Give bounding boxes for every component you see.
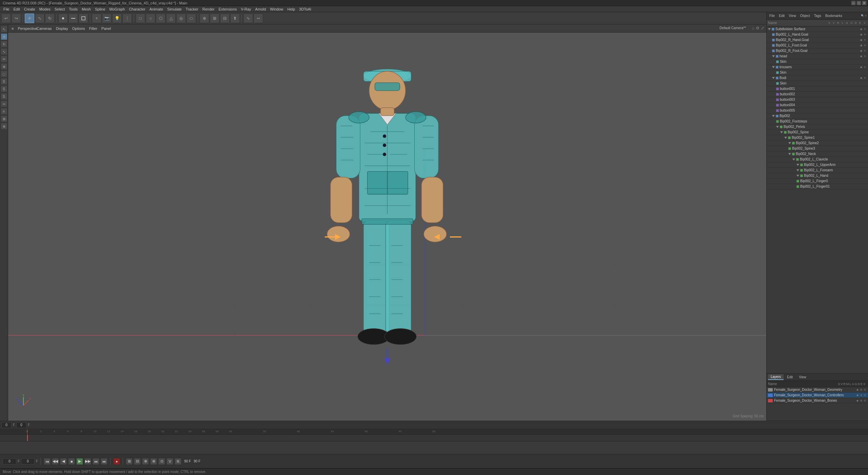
tool-scale[interactable]: ⤡ xyxy=(35,14,44,23)
minimize-button[interactable]: ─ xyxy=(851,1,856,5)
tool-edges[interactable] xyxy=(68,14,78,23)
sidebar-tool-grid[interactable]: ⊞ xyxy=(1,115,7,122)
vp-icon-home[interactable]: ⌂ xyxy=(752,26,754,31)
scene-bip002-spine2[interactable]: Bip002_Spine2 xyxy=(767,140,868,146)
vp-icon-maximize[interactable]: ⤢ xyxy=(761,26,764,31)
lock-icon[interactable]: ✕ xyxy=(863,76,867,80)
scene-bip002-l-hand[interactable]: Bip002_L_Hand xyxy=(767,173,868,178)
close-button[interactable]: ✕ xyxy=(862,1,867,5)
maximize-button[interactable]: □ xyxy=(856,1,861,5)
scene-bip002-l-forearm[interactable]: Bip002_L_Forearm xyxy=(767,168,868,173)
layers-tab[interactable]: Layers xyxy=(768,374,784,380)
sidebar-tool-layers[interactable]: ≡ xyxy=(1,108,7,115)
transport-go-start[interactable]: ⏮ xyxy=(44,458,51,465)
rp-bookmarks[interactable]: Bookmarks xyxy=(824,14,844,18)
transport-render-frame[interactable]: ⊟ xyxy=(134,458,141,465)
transport-stop[interactable]: ■ xyxy=(68,458,75,465)
scene-bip002-spine3[interactable]: Bip002_Spine3 xyxy=(767,146,868,151)
transport-vray[interactable]: V xyxy=(166,458,173,465)
rp-filter-icon[interactable]: ≡ xyxy=(865,14,867,17)
layer-lock-icon[interactable]: ⊞ xyxy=(860,388,863,392)
lock-icon[interactable]: ✕ xyxy=(863,38,867,42)
scene-bip002-l-finger01[interactable]: Bip002_L_Finger01 xyxy=(767,184,868,189)
transport-play-reverse[interactable]: ▶▶ xyxy=(84,458,91,465)
scene-skin-2[interactable]: Skin xyxy=(767,70,868,75)
menu-create[interactable]: Create xyxy=(22,6,37,12)
menu-tracker[interactable]: Tracker xyxy=(184,6,200,12)
scene-bip002-spine1[interactable]: Bip002_Spine1 xyxy=(767,135,868,140)
tool-sphere[interactable]: ○ xyxy=(146,14,155,23)
menu-edit[interactable]: Edit xyxy=(12,6,22,12)
scene-bip-r-foot-goal[interactable]: Bip002_R_Foot.Goal ◉ ✕ xyxy=(767,48,868,54)
view-tab[interactable]: View xyxy=(796,375,809,380)
transport-render-all[interactable]: ⊞ xyxy=(126,458,133,465)
tool-boole[interactable]: ⊕ xyxy=(200,14,209,23)
scene-bip002-l-finger0[interactable]: Bip002_L_Finger0 xyxy=(767,178,868,184)
frame-end-input[interactable] xyxy=(16,422,26,428)
menu-extensions[interactable]: Extensions xyxy=(217,6,239,12)
layer-lock-icon-bones[interactable]: ⊞ xyxy=(860,399,863,402)
sidebar-tool-paint[interactable]: ✏ xyxy=(1,56,7,62)
rp-view[interactable]: View xyxy=(787,14,797,18)
scene-bodi[interactable]: Bodi ◉ ✕ xyxy=(767,75,868,81)
lock-icon[interactable]: ✕ xyxy=(863,49,867,53)
transport-prev-key[interactable]: ◀◀ xyxy=(52,458,59,465)
menu-arnold[interactable]: Arnold xyxy=(253,6,268,12)
layer-controllers[interactable]: Female_Surgeon_Doctor_Woman_Controllers … xyxy=(767,393,868,398)
vp-display-menu[interactable]: Display xyxy=(55,26,70,31)
lock-icon[interactable]: ✕ xyxy=(863,27,867,31)
scene-bip002-pelvis[interactable]: Bip002_Pelvis xyxy=(767,124,868,130)
scene-button002[interactable]: button002 xyxy=(767,92,868,97)
sidebar-tool-sculpt[interactable]: ◌ xyxy=(1,71,7,77)
vis-icon[interactable]: ◉ xyxy=(860,44,863,47)
transport-frame-input[interactable] xyxy=(3,458,16,464)
menu-render[interactable]: Render xyxy=(200,6,217,12)
vis-icon[interactable]: ◉ xyxy=(860,55,863,58)
tool-cylinder[interactable]: ⬡ xyxy=(156,14,165,23)
layer-bones[interactable]: Female_Surgeon_Doctor_Woman_Bones ◉ ⊞ ⊟ xyxy=(767,398,868,403)
scene-bip002-neck[interactable]: Bip002_Neck xyxy=(767,151,868,157)
scene-button003[interactable]: button003 xyxy=(767,97,868,102)
menu-select[interactable]: Select xyxy=(53,6,67,12)
rp-file[interactable]: File xyxy=(768,14,776,18)
tool-spline1[interactable]: ∿ xyxy=(243,14,253,23)
layer-render-icon[interactable]: ⊟ xyxy=(863,388,867,392)
timeline-track[interactable] xyxy=(0,435,868,441)
sidebar-tool-magnet[interactable]: ⊕ xyxy=(1,63,7,70)
tool-move[interactable]: ✛ xyxy=(25,14,34,23)
scene-bip002[interactable]: Bip002 xyxy=(767,113,868,119)
scene-skin-3[interactable]: Skin xyxy=(767,81,868,86)
sidebar-tool-s3[interactable]: S xyxy=(1,93,7,100)
scene-bip002-footsteps[interactable]: Bip002_Footsteps xyxy=(767,119,868,124)
tool-array[interactable]: ⋮ xyxy=(122,14,132,23)
scene-subdivision-surface[interactable]: Subdivision Surface ◉ ✕ xyxy=(767,26,868,32)
tool-null[interactable]: + xyxy=(92,14,101,23)
layer-geometry[interactable]: Female_Surgeon_Doctor_Woman_Geometry ◉ ⊞… xyxy=(767,387,868,393)
scene-head[interactable]: head ◉ ✕ xyxy=(767,54,868,59)
sidebar-tool-scale[interactable]: ⤡ xyxy=(1,48,7,55)
rp-tags[interactable]: Tags xyxy=(813,14,823,18)
sidebar-tool-select[interactable]: ↖ xyxy=(1,26,7,33)
edit-tab[interactable]: Edit xyxy=(784,375,795,380)
vis-icon[interactable]: ◉ xyxy=(860,65,863,69)
menu-simulate[interactable]: Simulate xyxy=(165,6,184,12)
vis-icon[interactable]: ◉ xyxy=(860,76,863,80)
scene-bip002-l-clavicle[interactable]: Bip002_L_Clavicle xyxy=(767,157,868,162)
lock-icon[interactable]: ✕ xyxy=(863,33,867,36)
sidebar-tool-rotate[interactable]: ↻ xyxy=(1,41,7,48)
sidebar-tool-snap[interactable]: ⊗ xyxy=(1,123,7,130)
tool-rotate[interactable]: ↻ xyxy=(45,14,55,23)
transport-render-active[interactable]: R xyxy=(175,458,181,465)
layer-vis-icon-bones[interactable]: ◉ xyxy=(856,399,859,402)
vis-icon[interactable]: ◉ xyxy=(860,49,863,53)
vp-panel-menu[interactable]: Panel xyxy=(100,26,112,31)
sidebar-tool-move[interactable]: ✛ xyxy=(1,33,7,40)
layer-vis-icon-ctrl[interactable]: ◉ xyxy=(856,394,859,397)
tool-undo[interactable]: ↩ xyxy=(1,14,11,23)
vis-icon[interactable]: ◉ xyxy=(860,33,863,36)
tool-redo[interactable]: ↪ xyxy=(12,14,21,23)
transport-ipr[interactable]: ⊕ xyxy=(150,458,157,465)
rp-search-icon[interactable]: 🔍 xyxy=(861,14,864,17)
tool-capsule[interactable]: ⬭ xyxy=(186,14,196,23)
tool-camera[interactable]: 📷 xyxy=(102,14,112,23)
